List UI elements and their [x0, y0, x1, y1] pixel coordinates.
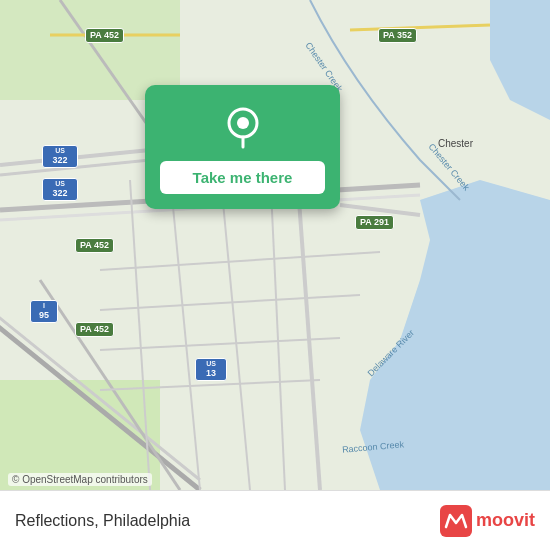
badge-pa452-mid: PA 452 [75, 238, 114, 253]
location-text: Reflections, Philadelphia [15, 512, 190, 530]
badge-pa352: PA 352 [378, 28, 417, 43]
badge-us322-1: US 322 [42, 145, 78, 168]
badge-i95: I 95 [30, 300, 58, 323]
badge-us13-bot: US 13 [195, 358, 227, 381]
moovit-logo: moovit [440, 505, 535, 537]
map-container: PA 452 PA 352 US 322 US 322 US 13 PA 452… [0, 0, 550, 490]
location-pin-icon [221, 105, 265, 149]
info-bar: Reflections, Philadelphia moovit [0, 490, 550, 550]
osm-attribution: © OpenStreetMap contributors [8, 473, 152, 486]
badge-pa291: PA 291 [355, 215, 394, 230]
moovit-icon [440, 505, 472, 537]
badge-us322-2: US 322 [42, 178, 78, 201]
moovit-text: moovit [476, 510, 535, 531]
take-me-there-button[interactable]: Take me there [160, 161, 325, 194]
badge-pa452-bot: PA 452 [75, 322, 114, 337]
badge-pa452-top: PA 452 [85, 28, 124, 43]
popup-card: Take me there [145, 85, 340, 209]
svg-point-26 [237, 117, 249, 129]
chester-label: Chester [438, 138, 473, 149]
